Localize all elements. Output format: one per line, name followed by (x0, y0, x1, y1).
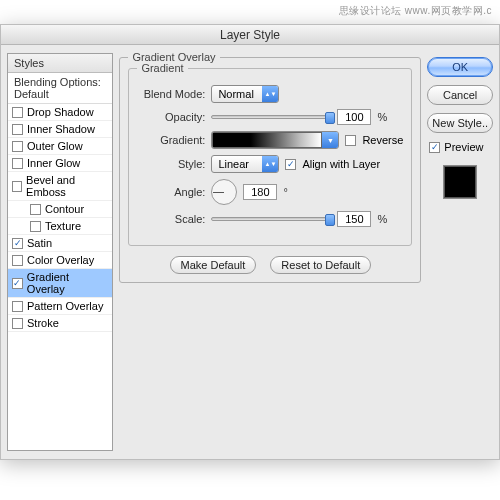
style-row-bevel-and-emboss[interactable]: Bevel and Emboss (8, 172, 112, 201)
style-checkbox[interactable] (30, 221, 41, 232)
preview-checkbox[interactable]: ✓ (429, 142, 440, 153)
chevron-down-icon: ▼ (322, 132, 338, 148)
style-row-contour[interactable]: Contour (8, 201, 112, 218)
opacity-field[interactable]: 100 (337, 109, 371, 125)
style-checkbox[interactable] (12, 255, 23, 266)
scale-unit: % (377, 213, 387, 225)
style-label: Gradient Overlay (27, 271, 109, 295)
style-checkbox[interactable] (12, 301, 23, 312)
scale-slider[interactable] (211, 217, 331, 221)
style-label: Inner Shadow (27, 123, 95, 135)
style-label: Bevel and Emboss (26, 174, 108, 198)
style-row-drop-shadow[interactable]: Drop Shadow (8, 104, 112, 121)
style-row-inner-glow[interactable]: Inner Glow (8, 155, 112, 172)
style-checkbox[interactable] (12, 158, 23, 169)
layer-style-dialog: Layer Style Styles Blending Options: Def… (0, 24, 500, 460)
preview-label: Preview (444, 141, 483, 153)
style-row-outer-glow[interactable]: Outer Glow (8, 138, 112, 155)
opacity-unit: % (377, 111, 387, 123)
angle-dial[interactable] (211, 179, 237, 205)
blend-mode-label: Blend Mode: (137, 88, 205, 100)
preview-swatch (443, 165, 477, 199)
style-label: Stroke (27, 317, 59, 329)
gradient-overlay-group: Gradient Overlay Gradient Blend Mode: No… (119, 57, 421, 283)
reverse-checkbox[interactable] (345, 135, 356, 146)
updown-icon: ▲▼ (262, 86, 278, 102)
style-label: Outer Glow (27, 140, 83, 152)
watermark-text: 思缘设计论坛 www.网页教学网.c (339, 4, 492, 18)
style-select[interactable]: Linear ▲▼ (211, 155, 279, 173)
style-label: Color Overlay (27, 254, 94, 266)
style-row-inner-shadow[interactable]: Inner Shadow (8, 121, 112, 138)
align-checkbox[interactable]: ✓ (285, 159, 296, 170)
style-label: Drop Shadow (27, 106, 94, 118)
style-label: Texture (45, 220, 81, 232)
style-label: Satin (27, 237, 52, 249)
opacity-label: Opacity: (137, 111, 205, 123)
angle-field[interactable]: 180 (243, 184, 277, 200)
style-checkbox[interactable] (12, 141, 23, 152)
style-row-color-overlay[interactable]: Color Overlay (8, 252, 112, 269)
gradient-label: Gradient: (137, 134, 205, 146)
blend-mode-select[interactable]: Normal ▲▼ (211, 85, 279, 103)
settings-panel: Gradient Overlay Gradient Blend Mode: No… (119, 53, 421, 451)
make-default-button[interactable]: Make Default (170, 256, 257, 274)
style-row-gradient-overlay[interactable]: ✓Gradient Overlay (8, 269, 112, 298)
new-style-button[interactable]: New Style.. (427, 113, 493, 133)
gradient-picker[interactable]: ▼ (211, 131, 339, 149)
angle-unit: ° (283, 186, 287, 198)
style-checkbox[interactable]: ✓ (12, 238, 23, 249)
styles-panel: Styles Blending Options: Default Drop Sh… (7, 53, 113, 451)
scale-field[interactable]: 150 (337, 211, 371, 227)
style-row-texture[interactable]: Texture (8, 218, 112, 235)
cancel-button[interactable]: Cancel (427, 85, 493, 105)
style-row-pattern-overlay[interactable]: Pattern Overlay (8, 298, 112, 315)
gradient-subgroup: Gradient Blend Mode: Normal ▲▼ Opacity: … (128, 68, 412, 246)
angle-label: Angle: (137, 186, 205, 198)
reset-default-button[interactable]: Reset to Default (270, 256, 371, 274)
blend-mode-value: Normal (212, 88, 262, 100)
style-value: Linear (212, 158, 262, 170)
ok-button[interactable]: OK (427, 57, 493, 77)
style-label: Style: (137, 158, 205, 170)
style-checkbox[interactable]: ✓ (12, 278, 23, 289)
style-checkbox[interactable] (30, 204, 41, 215)
styles-header[interactable]: Styles (8, 54, 112, 73)
updown-icon: ▲▼ (262, 156, 278, 172)
reverse-label: Reverse (362, 134, 403, 146)
opacity-slider[interactable] (211, 115, 331, 119)
style-checkbox[interactable] (12, 107, 23, 118)
blending-options-row[interactable]: Blending Options: Default (8, 73, 112, 104)
align-label: Align with Layer (302, 158, 380, 170)
right-button-panel: OK Cancel New Style.. ✓ Preview (427, 53, 493, 451)
style-checkbox[interactable] (12, 181, 22, 192)
subgroup-legend: Gradient (137, 62, 187, 74)
gradient-preview-strip (212, 132, 322, 148)
style-label: Contour (45, 203, 84, 215)
style-label: Pattern Overlay (27, 300, 103, 312)
style-row-stroke[interactable]: Stroke (8, 315, 112, 332)
style-row-satin[interactable]: ✓Satin (8, 235, 112, 252)
dialog-title: Layer Style (1, 25, 499, 45)
style-label: Inner Glow (27, 157, 80, 169)
scale-label: Scale: (137, 213, 205, 225)
style-checkbox[interactable] (12, 124, 23, 135)
style-checkbox[interactable] (12, 318, 23, 329)
